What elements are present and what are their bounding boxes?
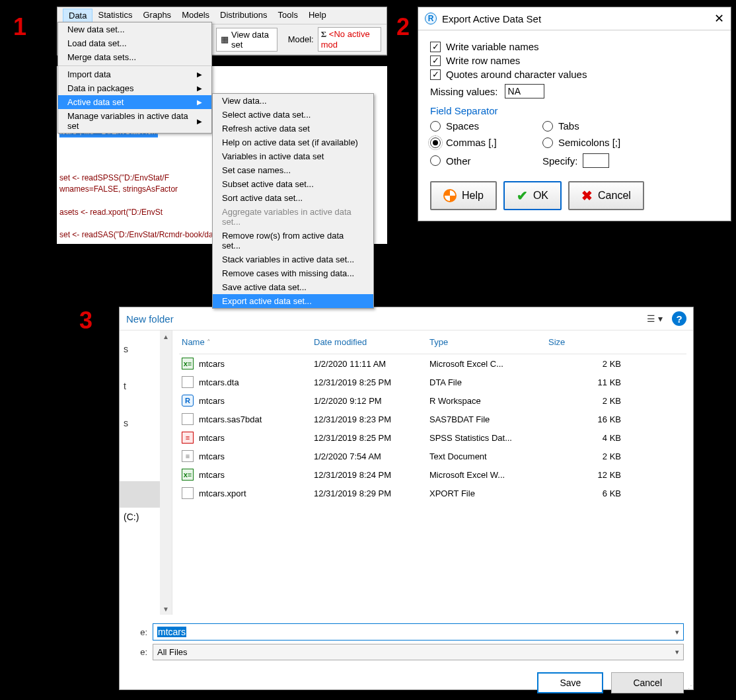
cancel-button[interactable]: ✖Cancel [568, 181, 644, 210]
file-date: 12/31/2019 8:24 PM [314, 470, 429, 480]
chevron-down-icon[interactable]: ▾ [675, 628, 679, 637]
data-menu-dropdown: New data set... Load data set... Merge d… [57, 22, 212, 134]
specify-input[interactable] [583, 153, 609, 168]
filename-input[interactable]: mtcars▾ [153, 623, 684, 641]
submenu-variables[interactable]: Variables in active data set [213, 149, 373, 163]
checkbox-row-names[interactable]: ✓ [430, 56, 441, 66]
submenu-subset[interactable]: Subset active data set... [213, 177, 373, 191]
export-dialog: R Export Active Data Set ✕ ✓Write variab… [418, 7, 731, 221]
submenu-case-names[interactable]: Set case names... [213, 163, 373, 177]
submenu-save[interactable]: Save active data set... [213, 280, 373, 294]
label-spaces: Spaces [446, 120, 479, 132]
submenu-remove-cases[interactable]: Remove cases with missing data... [213, 266, 373, 280]
label-commas: Commas [,] [446, 137, 497, 148]
file-type: XPORT File [429, 488, 548, 498]
submenu-remove-rows[interactable]: Remove row(s) from active data set... [213, 229, 373, 253]
table-icon: ▦ [221, 34, 229, 44]
file-dialog-header: New folder ☰ ▾ ? [120, 307, 693, 331]
filename-label: e: [129, 627, 147, 637]
file-icon: ≡ [182, 450, 194, 462]
menu-manage-variables[interactable]: Manage variables in active data set▶ [58, 109, 211, 133]
file-name: mtcars [199, 396, 225, 406]
file-date: 1/2/2020 9:12 PM [314, 396, 429, 406]
save-button[interactable]: Save [537, 672, 603, 693]
check-icon: ✔ [517, 188, 528, 204]
col-size[interactable]: Size [548, 337, 621, 347]
file-row[interactable]: mtcars.dta12/31/2019 8:25 PMDTA File11 K… [179, 373, 686, 391]
dialog-title: Export Active Data Set [442, 13, 541, 24]
submenu-help[interactable]: Help on active data set (if available) [213, 136, 373, 149]
chevron-down-icon[interactable]: ▾ [675, 648, 679, 656]
menu-merge-datasets[interactable]: Merge data sets... [58, 50, 211, 64]
file-size: 2 KB [548, 396, 621, 406]
radio-tabs[interactable] [542, 121, 553, 132]
close-button[interactable]: ✕ [714, 11, 724, 26]
menu-models[interactable]: Models [176, 9, 215, 22]
menu-load-dataset[interactable]: Load data set... [58, 36, 211, 50]
help-button[interactable]: Help [430, 181, 497, 210]
menu-tools[interactable]: Tools [273, 9, 303, 22]
radio-semicolons[interactable] [542, 137, 553, 148]
file-size: 11 KB [548, 377, 621, 387]
checkbox-variable-names[interactable]: ✓ [430, 42, 441, 52]
menu-data-in-packages[interactable]: Data in packages▶ [58, 81, 211, 95]
label-semicolons: Semicolons [;] [558, 137, 620, 148]
menu-help[interactable]: Help [303, 9, 332, 22]
menu-data[interactable]: Data [63, 9, 92, 22]
drive-c-label[interactable]: (C:) [124, 512, 139, 522]
file-row[interactable]: x≡mtcars1/2/2020 11:11 AMMicrosoft Excel… [179, 354, 686, 373]
file-type: Text Document [429, 451, 548, 461]
file-row[interactable]: mtcars.xport12/31/2019 8:29 PMXPORT File… [179, 484, 686, 502]
active-model-field[interactable]: Σ <No active mod [318, 27, 381, 52]
menu-graphs[interactable]: Graphs [137, 9, 176, 22]
model-label: Model: [288, 34, 314, 44]
cancel-button[interactable]: Cancel [611, 672, 684, 693]
file-name: mtcars [199, 433, 225, 443]
menu-distributions[interactable]: Distributions [215, 9, 273, 22]
file-type: R Workspace [429, 396, 548, 406]
scroll-up-icon[interactable]: ▲ [160, 331, 172, 342]
scroll-down-icon[interactable]: ▼ [160, 603, 172, 615]
file-name: mtcars [199, 359, 225, 369]
menu-active-data-set[interactable]: Active data set▶ [58, 95, 211, 109]
file-name: mtcars [199, 470, 225, 480]
submenu-select-active[interactable]: Select active data set... [213, 108, 373, 122]
col-type[interactable]: Type [429, 337, 548, 347]
filetype-select[interactable]: All Files▾ [153, 644, 684, 660]
step-number-2: 2 [396, 13, 410, 41]
submenu-export[interactable]: Export active data set... [213, 294, 373, 308]
breadcrumb[interactable]: New folder [126, 313, 174, 325]
file-row[interactable]: Rmtcars1/2/2020 9:12 PMR Workspace2 KB [179, 391, 686, 410]
col-name[interactable]: Name [182, 337, 314, 347]
file-row[interactable]: ≡mtcars12/31/2019 8:25 PMSPSS Statistics… [179, 428, 686, 447]
submenu-refresh[interactable]: Refresh active data set [213, 122, 373, 136]
file-size: 4 KB [548, 433, 621, 443]
radio-other[interactable] [430, 155, 441, 166]
radio-commas[interactable] [430, 137, 441, 148]
radio-spaces[interactable] [430, 121, 441, 132]
view-options-icon[interactable]: ☰ ▾ [647, 313, 663, 324]
menu-new-dataset[interactable]: New data set... [58, 22, 211, 36]
submenu-view-data[interactable]: View data... [213, 94, 373, 108]
navigation-pane[interactable]: ▲ ▼ s t s (C:) [120, 331, 172, 615]
file-row[interactable]: x≡mtcars12/31/2019 8:24 PMMicrosoft Exce… [179, 465, 686, 484]
file-row[interactable]: ≡mtcars1/2/2020 7:54 AMText Document2 KB [179, 447, 686, 465]
missing-values-input[interactable] [505, 84, 544, 98]
submenu-stack[interactable]: Stack variables in active data set... [213, 253, 373, 266]
view-data-set-button[interactable]: ▦View data set [216, 28, 277, 52]
checkbox-quotes[interactable]: ✓ [430, 69, 441, 80]
col-date[interactable]: Date modified [314, 337, 429, 347]
menu-import-data[interactable]: Import data▶ [58, 67, 211, 81]
file-type: SPSS Statistics Dat... [429, 433, 548, 443]
scrollbar[interactable] [160, 331, 172, 615]
help-icon[interactable]: ? [672, 311, 686, 326]
ok-button[interactable]: ✔OK [503, 181, 562, 210]
file-name: mtcars.sas7bdat [199, 414, 262, 424]
file-row[interactable]: mtcars.sas7bdat12/31/2019 8:23 PMSAS7BDA… [179, 410, 686, 428]
file-name: mtcars.xport [199, 488, 246, 498]
file-type: Microsoft Excel C... [429, 359, 548, 369]
menu-statistics[interactable]: Statistics [92, 9, 137, 22]
submenu-sort[interactable]: Sort active data set... [213, 191, 373, 205]
step-number-3: 3 [79, 307, 92, 334]
resize-grip-icon[interactable]: ⋰ [688, 682, 693, 689]
